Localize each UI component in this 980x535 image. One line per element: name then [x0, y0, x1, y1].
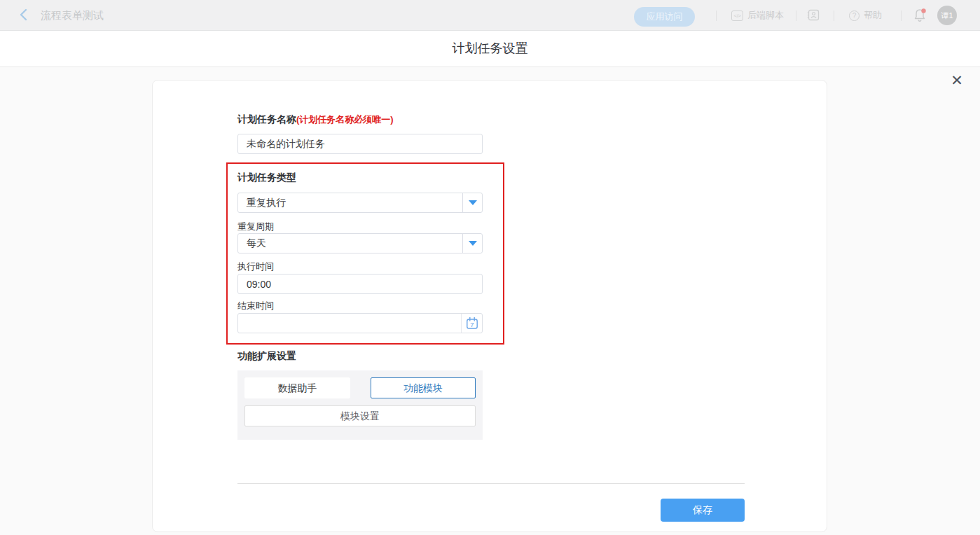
task-type-value: 重复执行 — [238, 193, 462, 212]
settings-card: 计划任务名称(计划任务名称必须唯一) 计划任务类型 重复执行 重复周期 每天 执… — [152, 80, 827, 532]
svg-text:7: 7 — [470, 320, 474, 328]
extension-panel: 数据助手 功能模块 模块设置 — [237, 370, 483, 440]
task-name-label: 计划任务名称 — [237, 113, 296, 125]
notification-bell-button[interactable] — [912, 8, 927, 23]
task-name-field-wrap — [237, 134, 483, 154]
topbar-divider — [716, 11, 717, 21]
close-icon[interactable]: ✕ — [947, 71, 967, 90]
contacts-button[interactable] — [807, 9, 820, 21]
end-time-input[interactable] — [238, 314, 461, 333]
extension-settings-label: 功能扩展设置 — [237, 350, 296, 363]
app-access-button[interactable]: 应用访问 — [634, 7, 695, 27]
topbar-divider — [834, 11, 834, 21]
exec-time-input[interactable] — [238, 275, 482, 293]
topbar-divider — [901, 11, 902, 21]
dialog-header: 计划任务设置 ✕ — [0, 31, 980, 67]
help-icon: ? — [849, 11, 860, 21]
end-time-field-wrap: 7 — [237, 313, 483, 333]
topbar-divider — [796, 11, 796, 21]
bell-icon — [912, 8, 927, 23]
repeat-cycle-label: 重复周期 — [237, 221, 274, 233]
repeat-cycle-select[interactable]: 每天 — [237, 233, 483, 253]
backend-script-button[interactable]: </> 后端脚本 — [731, 9, 784, 22]
task-name-unique-note: (计划任务名称必须唯一) — [296, 114, 394, 125]
save-button[interactable]: 保存 — [661, 499, 745, 522]
module-settings-button[interactable]: 模块设置 — [244, 405, 476, 426]
calendar-icon: 7 — [465, 317, 479, 331]
exec-time-field-wrap — [237, 274, 483, 294]
topbar-page-title: 流程表单测试 — [41, 9, 104, 22]
exec-time-label: 执行时间 — [237, 260, 274, 273]
dialog-title: 计划任务设置 — [0, 31, 980, 67]
task-type-label: 计划任务类型 — [237, 172, 296, 184]
back-chevron-icon[interactable] — [17, 8, 31, 22]
help-label: 帮助 — [864, 9, 882, 22]
tab-data-assistant[interactable]: 数据助手 — [244, 377, 350, 398]
date-picker-button[interactable]: 7 — [461, 314, 482, 333]
task-name-input[interactable] — [238, 134, 482, 153]
backend-script-label: 后端脚本 — [747, 9, 784, 22]
task-type-select[interactable]: 重复执行 — [237, 193, 483, 213]
dropdown-arrow-segment[interactable] — [462, 234, 482, 253]
tab-function-module[interactable]: 功能模块 — [371, 377, 476, 398]
task-name-label-row: 计划任务名称(计划任务名称必须唯一) — [237, 113, 394, 126]
avatar[interactable]: 谭1 — [937, 6, 957, 25]
dropdown-arrow-segment[interactable] — [462, 193, 482, 212]
footer-divider — [237, 483, 745, 484]
code-icon: </> — [731, 11, 743, 21]
contacts-icon — [807, 9, 820, 21]
repeat-cycle-value: 每天 — [238, 234, 462, 253]
screen: 流程表单测试 应用访问 </> 后端脚本 ? 帮助 — [0, 0, 980, 535]
top-bar: 流程表单测试 应用访问 </> 后端脚本 ? 帮助 — [0, 0, 980, 31]
help-button[interactable]: ? 帮助 — [849, 9, 882, 22]
chevron-down-icon — [469, 200, 477, 205]
chevron-down-icon — [469, 241, 477, 246]
end-time-label: 结束时间 — [237, 300, 274, 312]
